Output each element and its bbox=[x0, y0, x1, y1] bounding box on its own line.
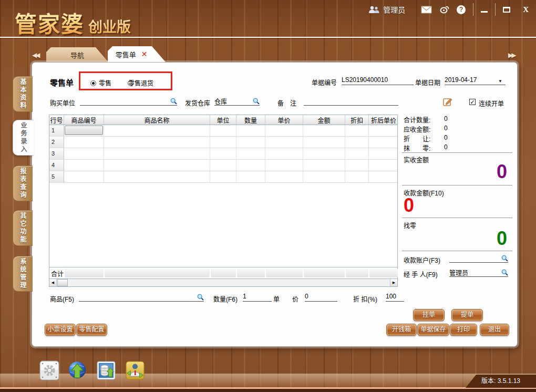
tab-scroll-right-icon[interactable]: ▶▶ bbox=[508, 51, 514, 59]
mail-icon[interactable] bbox=[421, 6, 432, 14]
table-cell[interactable] bbox=[210, 171, 236, 182]
switch-user-icon[interactable] bbox=[125, 360, 145, 380]
scrollbar-thumb[interactable] bbox=[57, 279, 68, 286]
table-cell[interactable] bbox=[210, 160, 236, 171]
focused-cell[interactable] bbox=[65, 126, 103, 135]
handler-field[interactable]: 管理员 bbox=[449, 268, 508, 277]
product-search-icon[interactable] bbox=[197, 294, 204, 301]
table-cell[interactable] bbox=[265, 148, 303, 159]
price-label: 单 价 bbox=[273, 294, 298, 303]
scroll-right-icon[interactable]: ▶ bbox=[390, 279, 397, 286]
table-cell[interactable] bbox=[303, 160, 345, 171]
doc-no-field[interactable]: LS20190400010 bbox=[342, 76, 414, 85]
table-cell[interactable] bbox=[104, 160, 210, 171]
settings-icon[interactable] bbox=[39, 360, 59, 380]
hold-order-button[interactable]: 挂单 bbox=[414, 310, 444, 321]
table-cell[interactable] bbox=[236, 160, 265, 171]
tab-retail-slip[interactable]: 零售单 ✕ bbox=[108, 46, 166, 62]
table-cell[interactable] bbox=[236, 137, 265, 148]
save-document-button[interactable]: 单据保存 bbox=[418, 324, 449, 335]
summary-divider bbox=[402, 251, 512, 251]
retrieve-order-button[interactable]: 提单 bbox=[452, 310, 482, 321]
table-cell[interactable] bbox=[345, 160, 369, 171]
edit-note-icon[interactable] bbox=[443, 97, 453, 107]
tab-scroll-left-icon[interactable]: ◀◀ bbox=[32, 51, 38, 59]
table-cell[interactable] bbox=[369, 160, 398, 171]
maximize-button[interactable] bbox=[503, 7, 510, 13]
table-cell[interactable] bbox=[345, 148, 369, 159]
table-cell[interactable] bbox=[64, 160, 104, 171]
doc-date-field[interactable]: 2019-04-17▼ bbox=[445, 76, 506, 85]
sidebar-item-other-functions[interactable]: 其它功能 bbox=[13, 210, 33, 246]
change-amount: 0 bbox=[402, 228, 507, 250]
table-cell[interactable] bbox=[345, 125, 369, 136]
data-backup-icon[interactable] bbox=[96, 360, 116, 380]
price-field[interactable]: 0 bbox=[305, 293, 337, 302]
network-sync-icon[interactable] bbox=[67, 360, 87, 380]
weibo-icon[interactable] bbox=[439, 5, 449, 14]
table-cell[interactable] bbox=[236, 125, 265, 136]
date-dropdown-icon[interactable]: ▼ bbox=[498, 79, 502, 84]
continuous-billing-checkbox[interactable]: ✓ bbox=[469, 99, 476, 105]
table-cell[interactable] bbox=[369, 148, 398, 159]
table-cell[interactable] bbox=[236, 171, 265, 182]
table-cell[interactable] bbox=[265, 137, 303, 148]
table-cell[interactable] bbox=[104, 137, 210, 148]
table-cell[interactable] bbox=[210, 125, 236, 136]
remark-field[interactable] bbox=[304, 97, 398, 106]
discount-field[interactable]: 100 bbox=[386, 293, 404, 302]
sidebar-item-basic-data[interactable]: 基本资料 bbox=[13, 76, 33, 112]
scroll-left-icon[interactable]: ◀ bbox=[49, 279, 57, 286]
table-cell[interactable] bbox=[265, 171, 303, 182]
open-cashbox-button[interactable]: 开钱箱 bbox=[387, 324, 416, 335]
table-cell[interactable] bbox=[265, 160, 303, 171]
table-cell[interactable] bbox=[369, 125, 398, 136]
header-divider bbox=[0, 37, 536, 38]
warehouse-field[interactable]: 仓库 bbox=[214, 97, 260, 106]
warehouse-search-icon[interactable] bbox=[253, 98, 260, 105]
ticket-settings-button[interactable]: 小票设置 bbox=[45, 324, 75, 335]
table-cell[interactable] bbox=[64, 171, 104, 182]
table-cell[interactable] bbox=[265, 125, 303, 136]
buyer-search-icon[interactable] bbox=[170, 98, 177, 105]
table-cell[interactable] bbox=[64, 137, 104, 148]
table-cell[interactable] bbox=[236, 148, 265, 159]
qty-field[interactable]: 1 bbox=[243, 293, 272, 302]
table-total-row: 合计 bbox=[49, 267, 398, 278]
sidebar-item-report-query[interactable]: 报表查询 bbox=[13, 166, 33, 201]
horizontal-scrollbar[interactable]: ◀ ▶ bbox=[49, 278, 398, 287]
table-cell[interactable] bbox=[369, 171, 398, 182]
minimize-button[interactable] bbox=[481, 11, 488, 13]
table-cell[interactable] bbox=[303, 148, 345, 159]
buyer-field[interactable] bbox=[80, 97, 177, 106]
continuous-billing-label[interactable]: 连续开单 bbox=[479, 99, 504, 108]
table-cell[interactable] bbox=[210, 148, 236, 159]
exit-button[interactable]: 退出 bbox=[480, 324, 509, 335]
table-cell[interactable] bbox=[104, 125, 210, 136]
table-cell[interactable] bbox=[104, 148, 210, 159]
table-cell[interactable] bbox=[369, 137, 398, 148]
tab-navigation[interactable]: 导航 bbox=[46, 47, 108, 62]
tab-close-icon[interactable]: ✕ bbox=[141, 50, 148, 58]
product-field[interactable] bbox=[79, 293, 204, 302]
table-cell[interactable] bbox=[210, 137, 236, 148]
handler-search-icon[interactable] bbox=[501, 269, 508, 276]
table-cell[interactable] bbox=[303, 137, 345, 148]
table-cell[interactable] bbox=[64, 125, 104, 136]
table-cell[interactable] bbox=[345, 171, 369, 182]
table-cell[interactable] bbox=[303, 125, 345, 136]
table-cell[interactable] bbox=[104, 171, 210, 182]
account-search-icon[interactable] bbox=[501, 255, 508, 262]
table-cell[interactable] bbox=[345, 137, 369, 148]
table-cell[interactable] bbox=[303, 171, 345, 182]
table-cell[interactable] bbox=[64, 148, 104, 159]
help-icon[interactable]: ? bbox=[457, 5, 466, 14]
close-button[interactable]: X bbox=[523, 5, 529, 14]
account-field[interactable] bbox=[449, 254, 508, 263]
sidebar-item-system-management[interactable]: 系统管理 bbox=[13, 256, 33, 292]
total-cell bbox=[346, 269, 368, 277]
print-button[interactable]: 打印 bbox=[450, 324, 477, 335]
retail-config-button[interactable]: 零售配置 bbox=[77, 324, 107, 335]
sidebar-item-business-entry[interactable]: 业务录入 bbox=[13, 120, 34, 156]
total-cell bbox=[237, 269, 265, 277]
